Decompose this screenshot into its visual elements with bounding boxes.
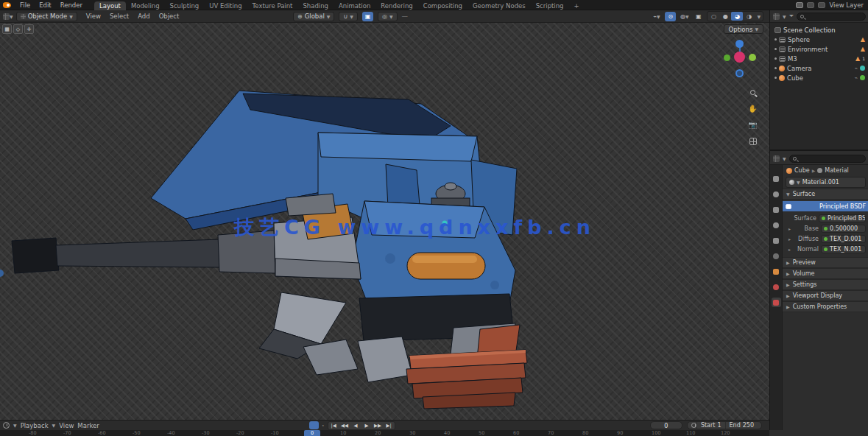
tab-modeling[interactable]: Modeling (126, 1, 165, 10)
tab-sculpting[interactable]: Sculpting (165, 1, 205, 10)
socket-value-field[interactable]: TEX_N.001 (821, 245, 866, 253)
selected-node-row[interactable]: Principled BSDF (783, 201, 868, 211)
menu-add[interactable]: Add (135, 13, 152, 20)
outliner-row[interactable]: Environment ▲ (772, 44, 867, 54)
properties-search-input[interactable] (799, 155, 862, 162)
menu-view[interactable]: View (83, 13, 104, 20)
view-layer-label[interactable]: View Layer (829, 1, 864, 9)
disclosure-dot-icon[interactable] (775, 38, 777, 41)
physics-properties-icon[interactable] (772, 282, 781, 292)
chevron-down-icon[interactable]: ▼ (783, 14, 786, 19)
menu-render[interactable]: Render (56, 1, 87, 9)
menu-select[interactable]: Select (107, 13, 132, 20)
tool-properties-icon[interactable] (772, 174, 781, 183)
section-viewport-display[interactable]: ▶ Viewport Display (783, 290, 868, 301)
chevron-down-icon[interactable]: ▼ (13, 423, 17, 428)
tab-uv-editing[interactable]: UV Editing (204, 1, 247, 10)
world-properties-icon[interactable] (772, 251, 781, 261)
3d-viewport[interactable]: ▦ ◇ ✛ Options ▼ ✋ 📷 (0, 23, 769, 420)
editor-type-icon[interactable] (3, 13, 10, 20)
auto-keying-button[interactable] (309, 421, 319, 429)
menu-playback[interactable]: Playback (21, 422, 49, 429)
current-frame-field[interactable]: 0 (650, 421, 682, 429)
shading-wireframe-button[interactable]: ○ (708, 12, 719, 21)
disclosure-dot-icon[interactable] (775, 57, 777, 60)
shading-chevron-icon[interactable]: ▼ (755, 14, 763, 19)
tab-layout[interactable]: Layout (94, 1, 126, 10)
outliner-search-input[interactable] (806, 13, 862, 20)
tab-scripting[interactable]: Scripting (531, 1, 569, 10)
breadcrumb-object[interactable]: Cube (794, 167, 810, 174)
surface-value-field[interactable]: Principled BSDF (819, 214, 866, 222)
material-properties-icon[interactable] (772, 298, 781, 307)
outliner-row[interactable]: Sphere ▲ (772, 35, 867, 44)
outliner-row[interactable]: Cube ⌁ (772, 73, 867, 82)
object-properties-icon[interactable] (772, 267, 781, 276)
filter-icon[interactable]: ⏷ (789, 13, 794, 20)
timeline-ruler[interactable]: -80 -70 -60 -50 -40 -30 -20 -10 10 20 30… (0, 430, 769, 436)
chevron-down-icon[interactable]: ▼ (783, 156, 786, 161)
visibility-dropdown-icon[interactable]: ⌁▼ (651, 12, 662, 21)
disclosure-dot-icon[interactable] (775, 67, 777, 69)
view-layer-properties-icon[interactable] (772, 220, 781, 230)
material-datablock[interactable]: ▼ Material.001 (786, 177, 866, 188)
play-button[interactable]: ▶ (361, 423, 373, 429)
menu-marker[interactable]: Marker (77, 422, 99, 429)
scene-grid-icon[interactable] (807, 2, 814, 8)
disclosure-dot-icon[interactable] (775, 77, 777, 79)
outliner-editor-icon[interactable] (773, 13, 780, 20)
playhead[interactable]: 0 (304, 430, 320, 436)
tab-geometry-nodes[interactable]: Geometry Nodes (467, 1, 531, 10)
restrict-icon[interactable]: ⌁ (855, 66, 858, 71)
scene-icon[interactable] (796, 2, 803, 8)
menu-edit[interactable]: Edit (35, 1, 55, 9)
properties-editor-icon[interactable] (773, 155, 780, 162)
snap-toggle[interactable]: ▣ (362, 12, 373, 21)
outliner-search[interactable] (797, 13, 866, 21)
section-preview[interactable]: ▶ Preview (783, 257, 868, 268)
xray-toggle-icon[interactable]: ▣ (693, 12, 704, 21)
mode-dropdown[interactable]: Object Mode ▼ (16, 12, 77, 21)
shading-rendered-button[interactable]: ◑ (743, 12, 755, 21)
tab-animation[interactable]: Animation (334, 1, 375, 10)
proportional-editing-dropdown[interactable]: ◎ ▼ (378, 12, 398, 21)
frame-start-field[interactable]: Start 1 (696, 422, 725, 429)
disclosure-dot-icon[interactable] (775, 48, 777, 50)
frame-end-field[interactable]: End 250 (725, 422, 758, 429)
jump-to-start-button[interactable]: |◀ (328, 423, 339, 429)
tab-compositing[interactable]: Compositing (418, 1, 467, 10)
view-layer-icon[interactable] (818, 2, 825, 8)
shading-material-preview-button[interactable]: ◕ (731, 12, 743, 21)
previous-keyframe-button[interactable]: ◀◀ (339, 423, 350, 429)
breadcrumb-data[interactable]: Material (825, 167, 849, 174)
snap-dropdown[interactable]: ∪ ▼ (339, 12, 357, 21)
outliner-row[interactable]: M3 ▲1 (772, 54, 867, 63)
shading-solid-button[interactable]: ● (719, 12, 731, 21)
play-reverse-button[interactable]: ◀ (350, 423, 361, 429)
blender-logo-icon[interactable] (3, 2, 11, 8)
scene-properties-icon[interactable] (772, 236, 781, 245)
outliner-row[interactable]: Camera ⌁ (772, 63, 867, 73)
tab-texture-paint[interactable]: Texture Paint (247, 1, 298, 10)
overlays-toggle-icon[interactable]: ◍▼ (679, 12, 690, 21)
jump-to-end-button[interactable]: ▶| (384, 423, 395, 429)
editor-type-chevron-icon[interactable]: ▼ (10, 14, 13, 19)
section-surface[interactable]: ▼ Surface (783, 189, 868, 200)
section-custom-properties[interactable]: ▶ Custom Properties (783, 301, 868, 312)
disclosure-icon[interactable]: ▸ (788, 247, 792, 252)
disclosure-icon[interactable]: ▸ (788, 236, 792, 242)
orientation-dropdown[interactable]: ⊕ Global ▼ (293, 12, 334, 21)
output-properties-icon[interactable] (772, 205, 781, 214)
menu-file[interactable]: File (15, 1, 35, 9)
tab-add-workspace[interactable]: + (569, 1, 585, 10)
properties-search[interactable] (789, 155, 866, 163)
socket-value-field[interactable]: TEX_D.001 (821, 235, 866, 243)
tab-rendering[interactable]: Rendering (375, 1, 417, 10)
gizmo-toggle-icon[interactable]: ⊙ (665, 12, 676, 21)
section-volume[interactable]: ▶ Volume (783, 268, 868, 279)
socket-value-field[interactable]: 0.500000 (821, 225, 866, 233)
tab-shading[interactable]: Shading (297, 1, 334, 10)
restrict-icon[interactable]: ⌁ (855, 75, 858, 81)
outliner-row-scene-collection[interactable]: Scene Collection (772, 25, 867, 35)
next-keyframe-button[interactable]: ▶▶ (373, 423, 384, 429)
